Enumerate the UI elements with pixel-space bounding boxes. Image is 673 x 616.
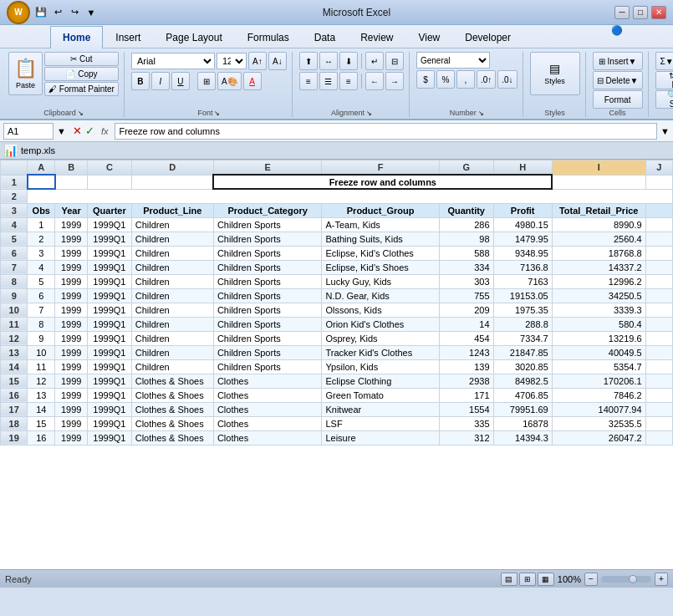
cell-extra-11[interactable] (645, 359, 672, 374)
cell-qty-6[interactable]: 755 (439, 288, 493, 303)
sort-filter-button[interactable]: ⇅ Sort & Filter▼ (655, 71, 673, 89)
cell-extra-1[interactable] (645, 217, 672, 232)
tab-review[interactable]: Review (348, 26, 405, 48)
cell-pg-9[interactable]: Osprey, Kids (322, 331, 439, 345)
cell-trp-6[interactable]: 34250.5 (552, 288, 645, 303)
cell-pl-1[interactable]: Children (131, 217, 213, 232)
decrease-decimal-button[interactable]: .0↓ (497, 70, 517, 89)
cell-pg-14[interactable]: Knitwear (322, 402, 439, 416)
row-header-6[interactable]: 6 (1, 246, 28, 260)
header-quantity[interactable]: Quantity (439, 203, 493, 217)
cell-quarter-11[interactable]: 1999Q1 (88, 359, 132, 374)
cell-pc-5[interactable]: Children Sports (213, 274, 322, 288)
cell-profit-1[interactable]: 4980.15 (493, 217, 552, 232)
cell-trp-10[interactable]: 40049.5 (552, 345, 645, 359)
cell-qty-3[interactable]: 588 (439, 246, 493, 260)
close-button[interactable]: ✕ (651, 6, 666, 19)
col-header-B[interactable]: B (55, 160, 88, 176)
cell-obs-5[interactable]: 5 (28, 274, 55, 288)
tab-insert[interactable]: Insert (103, 26, 153, 48)
cell-obs-9[interactable]: 9 (28, 331, 55, 345)
format-painter-button[interactable]: 🖌 Format Painter (44, 82, 119, 96)
font-dialog-launcher[interactable]: ↘ (214, 109, 220, 117)
align-top-button[interactable]: ⬆ (299, 52, 318, 70)
cell-quarter-10[interactable]: 1999Q1 (88, 345, 132, 359)
cell-obs-4[interactable]: 4 (28, 260, 55, 274)
cell-profit-3[interactable]: 9348.95 (493, 246, 552, 260)
cell-year-11[interactable]: 1999 (55, 359, 88, 374)
tab-view[interactable]: View (405, 26, 452, 48)
tab-page-layout[interactable]: Page Layout (153, 26, 234, 48)
row-header-7[interactable]: 7 (1, 260, 28, 274)
cell-year-2[interactable]: 1999 (55, 232, 88, 246)
row-header-1[interactable]: 1 (1, 175, 28, 189)
redo-button[interactable]: ↪ (67, 5, 82, 20)
font-name-selector[interactable]: Arial (131, 53, 215, 69)
cell-year-1[interactable]: 1999 (55, 217, 88, 232)
zoom-slider[interactable] (601, 576, 651, 583)
cell-pl-3[interactable]: Children (131, 246, 213, 260)
quick-access-dropdown[interactable]: ▼ (84, 5, 99, 20)
cell-obs-3[interactable]: 3 (28, 246, 55, 260)
cell-quarter-6[interactable]: 1999Q1 (88, 288, 132, 303)
cell-qty-16[interactable]: 312 (439, 430, 493, 445)
cell-pg-4[interactable]: Eclipse, Kid's Shoes (322, 260, 439, 274)
cell-pg-13[interactable]: Green Tomato (322, 388, 439, 402)
row-2-cells[interactable] (28, 189, 673, 203)
formula-input[interactable] (115, 123, 657, 140)
cell-year-8[interactable]: 1999 (55, 317, 88, 331)
cell-pg-1[interactable]: A-Team, Kids (322, 217, 439, 232)
increase-font-button[interactable]: A↑ (248, 52, 267, 70)
copy-button[interactable]: 📄 Copy (44, 67, 119, 81)
row-header-5[interactable]: 5 (1, 232, 28, 246)
percent-button[interactable]: % (436, 70, 455, 89)
cell-quarter-1[interactable]: 1999Q1 (88, 217, 132, 232)
cell-I1[interactable] (552, 175, 645, 189)
cell-year-14[interactable]: 1999 (55, 402, 88, 416)
cell-year-15[interactable]: 1999 (55, 416, 88, 430)
cell-pc-14[interactable]: Clothes (213, 402, 322, 416)
cell-pl-14[interactable]: Clothes & Shoes (131, 402, 213, 416)
header-year[interactable]: Year (55, 203, 88, 217)
cell-pc-6[interactable]: Children Sports (213, 288, 322, 303)
header-product-group[interactable]: Product_Group (322, 203, 439, 217)
cell-qty-15[interactable]: 335 (439, 416, 493, 430)
cell-pg-3[interactable]: Eclipse, Kid's Clothes (322, 246, 439, 260)
cell-year-9[interactable]: 1999 (55, 331, 88, 345)
cell-quarter-5[interactable]: 1999Q1 (88, 274, 132, 288)
cell-trp-5[interactable]: 12996.2 (552, 274, 645, 288)
header-obs[interactable]: Obs (28, 203, 55, 217)
delete-button[interactable]: ⊟ Delete▼ (593, 71, 643, 89)
cell-obs-14[interactable]: 14 (28, 402, 55, 416)
cell-trp-9[interactable]: 13219.6 (552, 331, 645, 345)
cell-year-7[interactable]: 1999 (55, 303, 88, 317)
cell-profit-12[interactable]: 84982.5 (493, 374, 552, 388)
row-header-3[interactable]: 3 (1, 203, 28, 217)
cell-profit-8[interactable]: 288.8 (493, 317, 552, 331)
cell-extra-9[interactable] (645, 331, 672, 345)
decrease-font-button[interactable]: A↓ (268, 52, 287, 70)
header-product-line[interactable]: Product_Line (131, 203, 213, 217)
cell-pg-15[interactable]: LSF (322, 416, 439, 430)
cell-profit-6[interactable]: 19153.05 (493, 288, 552, 303)
cell-pl-8[interactable]: Children (131, 317, 213, 331)
cell-qty-11[interactable]: 139 (439, 359, 493, 374)
cell-year-12[interactable]: 1999 (55, 374, 88, 388)
cell-pg-11[interactable]: Ypsilon, Kids (322, 359, 439, 374)
cell-pg-8[interactable]: Orion Kid's Clothes (322, 317, 439, 331)
cell-pg-16[interactable]: Leisure (322, 430, 439, 445)
merge-cells-button[interactable]: ⊟ (385, 52, 404, 70)
tab-data[interactable]: Data (302, 26, 348, 48)
row-header-2[interactable]: 2 (1, 189, 28, 203)
clipboard-dialog-launcher[interactable]: ↘ (78, 109, 84, 117)
align-bottom-button[interactable]: ⬇ (339, 52, 358, 70)
row-header-12[interactable]: 12 (1, 331, 28, 345)
cell-year-4[interactable]: 1999 (55, 260, 88, 274)
cell-pg-10[interactable]: Tracker Kid's Clothes (322, 345, 439, 359)
cell-extra-8[interactable] (645, 317, 672, 331)
row-header-15[interactable]: 15 (1, 374, 28, 388)
cell-extra-2[interactable] (645, 232, 672, 246)
cell-trp-15[interactable]: 32535.5 (552, 416, 645, 430)
office-button[interactable]: W (7, 1, 30, 24)
row-header-9[interactable]: 9 (1, 288, 28, 303)
